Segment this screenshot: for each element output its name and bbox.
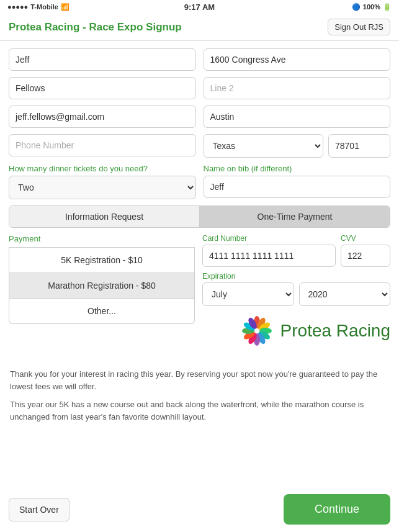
payment-right: Card Number CVV Expiration JanuaryFebrua… (202, 234, 390, 361)
bluetooth-icon: 🔵 (352, 3, 361, 11)
dinner-label: How many dinner tickets do you need? (9, 164, 196, 173)
bib-label: Name on bib (if different) (204, 164, 391, 173)
card-number-input[interactable] (202, 245, 336, 267)
expiration-row: JanuaryFebruaryMarch AprilMayJune JulyAu… (202, 282, 390, 306)
start-over-button[interactable]: Start Over (9, 498, 69, 521)
sign-out-button[interactable]: Sign Out RJS (328, 19, 390, 35)
card-number-label: Card Number (202, 234, 336, 243)
phone-input[interactable] (9, 134, 196, 156)
status-bar: ●●●●● T-Mobile 📶 9:17 AM 🔵 100% 🔋 (0, 0, 399, 14)
wifi-icon: 📶 (61, 3, 69, 11)
email-city-row (9, 106, 390, 128)
description-2: This year our 5K has a new course out an… (9, 399, 390, 423)
phone-statzip-row: Texas California New York (9, 134, 390, 158)
state-zip-col: Texas California New York (204, 134, 391, 158)
description-1: Thank you for your interest in racing th… (9, 368, 390, 392)
last-name-col (9, 77, 196, 99)
email-col (9, 106, 196, 128)
logo-text: Protea Racing (280, 321, 390, 341)
carrier-label: T-Mobile (30, 3, 58, 11)
state-select[interactable]: Texas California New York (204, 134, 324, 158)
card-number-col: Card Number (202, 234, 336, 267)
address1-col (204, 48, 391, 71)
status-time: 9:17 AM (184, 2, 215, 12)
last-name-input[interactable] (9, 77, 196, 99)
bib-input[interactable] (204, 176, 391, 198)
email-input[interactable] (9, 106, 196, 128)
bottom-bar: Start Over Continue (0, 487, 399, 532)
cvv-label: CVV (341, 234, 390, 243)
battery-icon: 🔋 (383, 3, 392, 11)
city-input[interactable] (204, 106, 391, 128)
card-cvv-row: Card Number CVV (202, 234, 390, 267)
app-title: Protea Racing - Race Expo Signup (9, 21, 182, 34)
payment-option-5k[interactable]: 5K Registration - $10 (9, 247, 195, 273)
continue-button[interactable]: Continue (284, 494, 390, 525)
status-right: 🔵 100% 🔋 (352, 3, 392, 11)
city-col (204, 106, 391, 128)
dinner-col: How many dinner tickets do you need? One… (9, 164, 196, 199)
lastname-address2-row (9, 77, 390, 99)
expiration-section: Expiration JanuaryFebruaryMarch AprilMay… (202, 272, 390, 306)
state-zip-row: Texas California New York (204, 134, 391, 158)
payment-section: Payment 5K Registration - $10 Marathon R… (9, 234, 390, 361)
exp-month-select[interactable]: JanuaryFebruaryMarch AprilMayJune JulyAu… (202, 282, 294, 306)
first-name-col (9, 48, 196, 71)
cvv-input[interactable] (341, 245, 390, 267)
expiration-label: Expiration (202, 272, 390, 281)
app-header: Protea Racing - Race Expo Signup Sign Ou… (0, 14, 399, 41)
payment-tabs: Information Request One-Time Payment (9, 205, 390, 228)
address1-input[interactable] (204, 48, 391, 71)
zip-input[interactable] (328, 134, 390, 158)
exp-year-select[interactable]: 202020212022 20232024 (299, 282, 391, 306)
tab-payment[interactable]: One-Time Payment (200, 206, 390, 227)
address2-input[interactable] (204, 77, 391, 99)
protea-logo-icon (238, 312, 276, 349)
status-left: ●●●●● T-Mobile 📶 (7, 3, 69, 11)
phone-col (9, 134, 196, 158)
cvv-col: CVV (341, 234, 390, 267)
dots-icon: ●●●●● (7, 3, 28, 11)
tab-information[interactable]: Information Request (9, 206, 200, 227)
dinner-bib-row: How many dinner tickets do you need? One… (9, 164, 390, 199)
address2-col (204, 77, 391, 99)
name-address-row (9, 48, 390, 71)
first-name-input[interactable] (9, 48, 196, 71)
bib-col: Name on bib (if different) (204, 164, 391, 199)
logo-section: Protea Racing (202, 306, 390, 356)
payment-label: Payment (9, 234, 195, 243)
dinner-select[interactable]: One Two Three Four (9, 176, 196, 199)
battery-label: 100% (363, 3, 380, 11)
payment-option-marathon[interactable]: Marathon Registration - $80 (9, 273, 195, 299)
main-content: Texas California New York How many dinne… (0, 41, 399, 436)
payment-left: Payment 5K Registration - $10 Marathon R… (9, 234, 195, 361)
payment-option-other[interactable]: Other... (9, 299, 195, 324)
